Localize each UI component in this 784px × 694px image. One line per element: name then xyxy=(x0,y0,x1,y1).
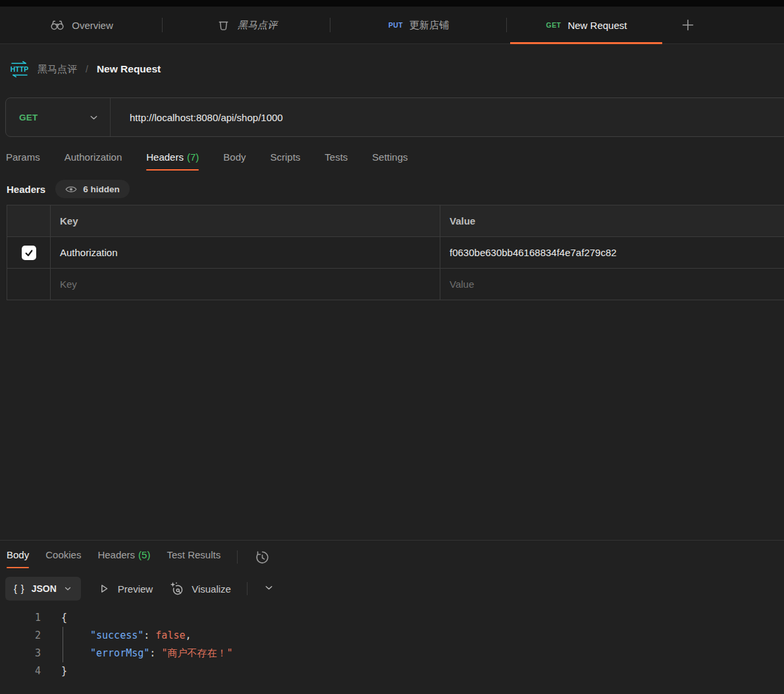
tab-test-results[interactable]: Test Results xyxy=(167,549,221,568)
tab-headers-count: (7) xyxy=(187,151,199,163)
new-row-checkbox-cell xyxy=(7,269,51,300)
line-number: 2 xyxy=(0,627,41,645)
visualize-label: Visualize xyxy=(192,583,231,595)
response-tabs: Body Cookies Headers(5) Test Results xyxy=(0,541,784,568)
url-bar: GET http://localhost:8080/api/shop/1000 xyxy=(5,97,784,137)
header-row-checkbox-cell xyxy=(7,237,51,268)
titlebar-strip xyxy=(0,0,784,7)
value-column-header: Value xyxy=(440,205,784,236)
tab-response-body-label: Body xyxy=(7,549,29,560)
toolbar-divider xyxy=(247,582,248,595)
tab-collection-heimadianping[interactable]: 黑马点评 xyxy=(163,7,330,43)
eye-icon xyxy=(65,185,77,194)
selected-method: GET xyxy=(19,113,38,122)
headers-table-header-row: Key Value xyxy=(7,205,784,237)
code-content: { xyxy=(61,609,67,627)
tab-new-request[interactable]: GET New Request xyxy=(507,7,666,43)
tab-response-headers-count: (5) xyxy=(138,549,150,560)
tab-put-request[interactable]: PUT 更新店铺 xyxy=(330,7,507,43)
code-content: "success": false, xyxy=(63,627,192,645)
code-line: 2"success": false, xyxy=(0,627,784,645)
request-section-tabs: Params Authorization Headers(7) Body Scr… xyxy=(6,151,784,171)
collection-icon xyxy=(216,18,231,33)
tab-response-body[interactable]: Body xyxy=(7,549,29,568)
preview-button[interactable]: Preview xyxy=(97,581,153,596)
postman-window: Overview 黑马点评 PUT 更新店铺 GET New Request xyxy=(0,0,784,694)
new-row-value-input[interactable]: Value xyxy=(440,269,784,300)
header-key-cell[interactable]: Authorization xyxy=(51,237,440,268)
workspace-empty-area xyxy=(0,300,784,540)
tab-response-headers[interactable]: Headers(5) xyxy=(97,549,150,568)
select-column-header xyxy=(7,205,51,236)
response-body-toolbar: { } JSON Preview xyxy=(5,577,784,601)
method-put-label: PUT xyxy=(388,21,403,29)
code-content: } xyxy=(61,662,67,680)
request-workspace: HTTP 黑马点评 / New Request GET http://local xyxy=(0,44,784,540)
chevron-down-icon xyxy=(263,582,274,593)
breadcrumb-request-name[interactable]: New Request xyxy=(97,63,161,75)
response-format-selector[interactable]: { } JSON xyxy=(5,577,81,601)
tab-params[interactable]: Params xyxy=(6,151,40,171)
tab-body[interactable]: Body xyxy=(223,151,246,171)
tab-overview-label: Overview xyxy=(72,20,113,31)
line-number: 3 xyxy=(0,645,41,662)
line-number: 4 xyxy=(0,662,41,680)
checkmark-icon xyxy=(24,248,34,258)
new-row-key-input[interactable]: Key xyxy=(51,269,440,300)
toolbar-more-button[interactable] xyxy=(263,582,274,596)
url-row: GET http://localhost:8080/api/shop/1000 xyxy=(5,97,784,137)
tab-collection-label: 黑马点评 xyxy=(238,19,277,32)
method-get-label: GET xyxy=(546,21,562,29)
chevron-down-icon xyxy=(63,584,72,593)
key-column-header: Key xyxy=(51,205,440,236)
tab-authorization-label: Authorization xyxy=(65,151,122,163)
tab-overview[interactable]: Overview xyxy=(0,7,163,43)
tab-put-label: 更新店铺 xyxy=(409,19,449,32)
header-new-row: Key Value xyxy=(7,269,784,300)
method-selector[interactable]: GET xyxy=(6,98,110,136)
tab-scripts-label: Scripts xyxy=(271,151,301,163)
url-input[interactable]: http://localhost:8080/api/shop/1000 xyxy=(111,112,283,123)
history-clock-icon xyxy=(254,549,271,566)
headers-section-title: Headers xyxy=(7,184,45,195)
response-format-value: JSON xyxy=(32,583,57,594)
braces-icon: { } xyxy=(14,583,25,594)
tab-headers[interactable]: Headers(7) xyxy=(146,151,199,171)
magic-sparkle-icon xyxy=(169,581,185,597)
tab-response-cookies[interactable]: Cookies xyxy=(45,549,81,568)
play-icon xyxy=(97,581,111,596)
breadcrumb-separator: / xyxy=(86,64,88,74)
header-row-authorization: Authorization f0630be630bb46168834f4e7af… xyxy=(7,237,784,269)
breadcrumb-collection[interactable]: 黑马点评 xyxy=(38,63,77,76)
headers-table: Key Value Authorization f0630be630bb4616… xyxy=(7,205,784,300)
tab-test-results-label: Test Results xyxy=(167,549,221,560)
code-line: 1{ xyxy=(0,609,784,627)
tab-tests-label: Tests xyxy=(325,151,348,163)
hidden-headers-toggle[interactable]: 6 hidden xyxy=(55,180,130,198)
tab-authorization[interactable]: Authorization xyxy=(65,151,122,171)
plus-icon xyxy=(680,17,696,33)
hidden-headers-label: 6 hidden xyxy=(83,184,120,194)
visualize-button[interactable]: Visualize xyxy=(169,581,231,597)
tab-headers-label: Headers xyxy=(146,151,184,163)
header-enabled-checkbox[interactable] xyxy=(22,246,36,260)
header-value-cell[interactable]: f0630be630bb46168834f4e7af279c82 xyxy=(440,237,784,268)
response-pane: Body Cookies Headers(5) Test Results { }… xyxy=(0,540,784,694)
code-line: 4} xyxy=(0,662,784,680)
preview-label: Preview xyxy=(118,583,153,595)
line-number: 1 xyxy=(0,609,41,627)
tab-params-label: Params xyxy=(6,151,40,163)
tab-response-cookies-label: Cookies xyxy=(45,549,81,560)
svg-text:HTTP: HTTP xyxy=(11,65,28,73)
chevron-down-icon xyxy=(88,112,99,123)
tab-settings[interactable]: Settings xyxy=(372,151,407,171)
headers-section-header: Headers 6 hidden xyxy=(7,180,784,198)
http-badge-icon: HTTP xyxy=(10,61,29,78)
tab-scripts[interactable]: Scripts xyxy=(271,151,301,171)
breadcrumb: HTTP 黑马点评 / New Request xyxy=(10,60,784,78)
tab-new-request-label: New Request xyxy=(567,20,627,31)
tab-settings-label: Settings xyxy=(372,151,407,163)
new-tab-button[interactable] xyxy=(666,7,710,43)
tab-tests[interactable]: Tests xyxy=(325,151,348,171)
response-history-button[interactable] xyxy=(254,549,271,568)
